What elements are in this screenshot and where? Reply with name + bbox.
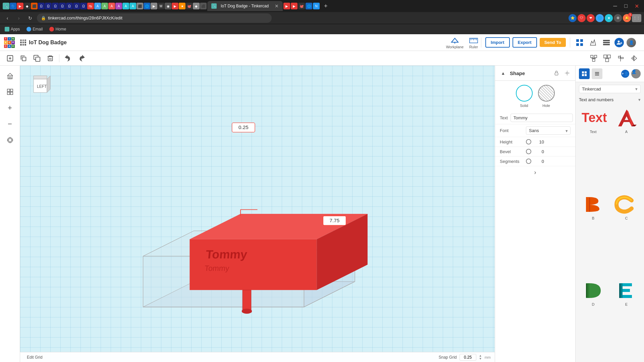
panel-collapse-btn[interactable]: ▲ (499, 69, 507, 77)
close-btn[interactable]: ✕ (632, 1, 641, 11)
user-avatar[interactable]: 👤 (627, 38, 636, 47)
bookmark-apps[interactable]: Apps (3, 26, 22, 32)
tab-gh-1[interactable]: 🐙 (298, 3, 305, 9)
bookmark-home[interactable]: Home (47, 26, 68, 32)
shape-item-b[interactable]: B (577, 190, 609, 276)
shapes-grid-view-btn[interactable] (579, 68, 590, 79)
undo-btn[interactable] (62, 52, 74, 64)
tab-favicon-29[interactable]: ⬛ (200, 3, 207, 9)
send-to-btn[interactable]: Send To (540, 38, 566, 47)
zoom-in-btn[interactable]: + (3, 101, 17, 115)
tab-favicon-4[interactable]: ◆ (24, 3, 31, 9)
align-btn[interactable] (614, 52, 627, 64)
text-prop-input[interactable] (511, 114, 573, 122)
shape-item-text[interactable]: Text Text (577, 104, 609, 189)
ext-icon-3[interactable]: ❤ (587, 14, 595, 22)
tab-favicon-17[interactable]: A (115, 3, 122, 9)
shapes-view-btn[interactable] (574, 37, 585, 48)
tab-favicon-19[interactable]: A (129, 3, 136, 9)
shape-item-a[interactable]: A (610, 104, 643, 189)
ext-icon-5[interactable]: ★ (605, 14, 613, 22)
zoom-out-btn[interactable]: − (3, 117, 17, 131)
tab-favicon-18[interactable]: A (122, 3, 129, 9)
edit-grid-btn[interactable]: Edit Grid (24, 354, 45, 360)
subcategory-arrow[interactable]: ▾ (638, 97, 641, 102)
group-btn[interactable] (588, 52, 600, 64)
tab-favicon-16[interactable]: A (108, 3, 115, 9)
shapes-list-view-btn[interactable] (592, 68, 602, 79)
shapes-user-avatar[interactable]: 👤 (631, 69, 641, 78)
tab-favicon-2[interactable]: 🔵 (10, 3, 16, 9)
tab-favicon-5[interactable]: ⬛ (31, 3, 38, 9)
tab-favicon-27[interactable]: 🐙 (186, 3, 193, 9)
tab-yt-2[interactable]: ▶ (291, 3, 298, 9)
tab-favicon-24[interactable]: ◉ (165, 3, 171, 9)
bevel-radio[interactable] (526, 149, 531, 154)
tab-favicon-15[interactable]: A (101, 3, 108, 9)
app-title[interactable]: IoT Dog Badge (29, 40, 67, 46)
bookmark-email[interactable]: Email (24, 26, 45, 32)
back-btn[interactable]: ‹ (3, 13, 12, 23)
tab-favicon-8[interactable]: Ω (52, 3, 59, 9)
tab-favicon-13[interactable]: 🛍 (87, 3, 94, 9)
height-radio[interactable] (526, 139, 531, 144)
tab-favicon-26[interactable]: ★ (179, 3, 185, 9)
solid-shape-item[interactable]: Solid (516, 85, 533, 108)
ext-icon-4[interactable]: 🌐 (596, 14, 604, 22)
panel-light-btn[interactable] (563, 69, 571, 77)
delete-btn[interactable] (44, 52, 56, 64)
mirror-btn[interactable] (628, 52, 640, 64)
tab-favicon-23[interactable]: M (158, 3, 164, 9)
tab-favicon-20[interactable]: ⬛ (137, 3, 143, 9)
redo-btn[interactable] (75, 52, 88, 64)
shape-item-e[interactable]: E (610, 276, 643, 362)
ext-icon-8[interactable]: ⋮⋮ (632, 14, 641, 22)
new-tab-btn[interactable]: + (321, 1, 330, 11)
active-tab[interactable]: 🔧 IoT Dog Badge - Tinkercad ✕ (207, 1, 283, 11)
tab-favicon-11[interactable]: Ω (73, 3, 80, 9)
shapes-category-dropdown[interactable]: Tinkercad ▾ (579, 85, 641, 93)
tab-favicon-6[interactable]: Ω (38, 3, 45, 9)
tab-n[interactable]: N (313, 3, 320, 9)
tab-favicon-10[interactable]: Ω (66, 3, 73, 9)
ungroup-btn[interactable] (601, 52, 613, 64)
layers-btn[interactable] (601, 37, 612, 48)
maximize-btn[interactable]: □ (621, 1, 631, 11)
tab-yt-1[interactable]: ▶ (283, 3, 290, 9)
tinkercad-logo[interactable]: T I N K E R C A D (4, 37, 15, 48)
tab-favicon-21[interactable]: 🌐 (144, 3, 150, 9)
viewport[interactable]: LEFT (20, 66, 495, 362)
camera-btn[interactable] (3, 133, 17, 147)
forward-btn[interactable]: › (14, 13, 23, 23)
ext-icon-6[interactable]: ⚙ (614, 14, 622, 22)
minimize-btn[interactable]: ─ (610, 1, 620, 11)
tab-favicon-3[interactable]: ▶ (17, 3, 23, 9)
shape-item-c[interactable]: C (610, 190, 643, 276)
export-btn[interactable]: Export (513, 37, 537, 48)
tab-favicon-25[interactable]: ▶ (172, 3, 178, 9)
duplicate-btn[interactable] (31, 52, 43, 64)
home-nav-btn[interactable] (3, 68, 17, 83)
hole-shape-item[interactable]: Hole (538, 85, 555, 108)
segments-radio[interactable] (526, 159, 531, 164)
copy-btn[interactable] (17, 52, 30, 64)
tab-other[interactable]: 🌐 (306, 3, 312, 9)
reload-btn[interactable]: ↻ (25, 13, 35, 23)
new-shape-btn[interactable] (4, 52, 16, 64)
font-select[interactable]: Sans Serif Monospace (526, 126, 571, 135)
tab-favicon-22[interactable]: ▶ (151, 3, 157, 9)
grid-menu-icon[interactable] (20, 40, 26, 46)
tab-favicon-9[interactable]: Ω (59, 3, 66, 9)
tab-favicon-1[interactable]: 🔧 (3, 3, 9, 9)
import-btn[interactable]: Import (485, 37, 509, 48)
ext-icon-1[interactable]: ⭐ (569, 14, 577, 22)
tab-favicon-12[interactable]: Ω (80, 3, 87, 9)
ext-icon-2[interactable]: 🛡 (578, 14, 586, 22)
snap-down-arrow[interactable]: ▼ (479, 357, 482, 360)
workplane-btn[interactable]: Workplane (443, 35, 466, 50)
panel-lock-btn[interactable] (552, 69, 560, 77)
ruler-btn[interactable]: Ruler (466, 35, 481, 50)
snap-arrows[interactable]: ▲ ▼ (479, 354, 482, 360)
add-user-icon[interactable] (614, 38, 624, 47)
shapes-add-user-btn[interactable]: +👤 (621, 70, 629, 78)
